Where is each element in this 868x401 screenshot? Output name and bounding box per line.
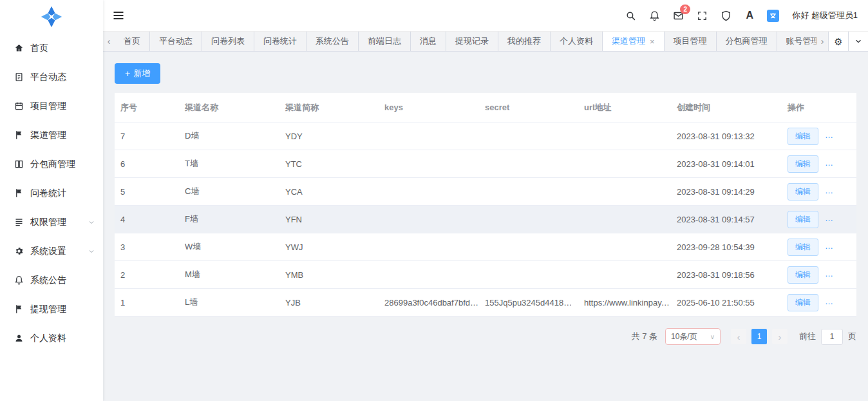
tabs-scroll-right-icon[interactable]: › (816, 32, 828, 51)
cell-actions: 编辑删除 (782, 211, 856, 228)
cell-channel-name: D墙 (179, 130, 279, 142)
chevron-down-icon (854, 37, 863, 46)
tabs-settings-button[interactable]: ⚙ (828, 32, 848, 51)
cell-actions: 编辑删除 (782, 128, 856, 145)
table-row: 4F墙YFN2023-08-31 09:14:57编辑删除 (115, 206, 856, 233)
cell-actions: 编辑删除 (782, 294, 856, 311)
cell-actions: 编辑删除 (782, 239, 856, 256)
edit-button[interactable]: 编辑 (788, 211, 818, 228)
cell-channel-abbr: YFN (279, 215, 379, 224)
flag-icon (13, 304, 24, 315)
tab-questionnaire-stats[interactable]: 问卷统计 (254, 32, 307, 51)
bell-icon[interactable] (648, 9, 661, 22)
greeting-text[interactable]: 你好 超级管理员1 (792, 10, 858, 21)
tab-my-referrals[interactable]: 我的推荐 (498, 32, 551, 51)
cell-created-time: 2023-08-31 09:14:29 (671, 187, 782, 197)
edit-button[interactable]: 编辑 (788, 294, 818, 311)
tab-project-management[interactable]: 项目管理 (665, 32, 717, 51)
edit-button[interactable]: 编辑 (788, 183, 818, 200)
language-icon[interactable] (767, 10, 779, 22)
app-logo[interactable] (0, 0, 103, 34)
sidebar-item-channel-management[interactable]: 渠道管理 (0, 121, 103, 150)
tab-account-management[interactable]: 账号管理 (777, 32, 816, 51)
column-header: 渠道简称 (279, 102, 379, 113)
sidebar-item-label: 问卷统计 (30, 188, 66, 199)
cell-channel-abbr: YCA (279, 187, 379, 197)
table-row: 7D墙YDY2023-08-31 09:13:32编辑删除 (115, 122, 856, 150)
hamburger-icon[interactable] (112, 9, 125, 22)
table-row: 2M墙YMB2023-08-31 09:18:56编辑删除 (115, 261, 856, 289)
sidebar-item-subcontractor-management[interactable]: 分包商管理 (0, 150, 103, 179)
cell-created-time: 2023-08-31 09:18:56 (671, 270, 782, 280)
sidebar-item-home[interactable]: 首页 (0, 34, 103, 63)
tab-label: 账号管理 (786, 35, 816, 47)
tab-label: 提现记录 (455, 35, 489, 47)
table-row: 5C墙YCA2023-08-31 09:14:29编辑删除 (115, 178, 856, 206)
cell-created-time: 2023-08-31 09:13:32 (671, 132, 782, 141)
add-button[interactable]: + 新增 (115, 63, 160, 84)
sidebar-item-label: 平台动态 (30, 72, 66, 83)
tab-label: 分包商管理 (726, 35, 768, 47)
tab-subcontractor-management[interactable]: 分包商管理 (717, 32, 777, 51)
sidebar-item-system-announcement[interactable]: 系统公告 (0, 266, 103, 295)
tab-channel-management[interactable]: 渠道管理× (603, 32, 665, 51)
sidebar-item-label: 系统设置 (30, 246, 66, 257)
sidebar-item-questionnaire-stats[interactable]: 问卷统计 (0, 179, 103, 208)
font-size-icon[interactable]: A (743, 9, 756, 22)
sidebar-item-label: 渠道管理 (30, 130, 66, 141)
calendar-icon (13, 101, 24, 112)
sidebar-item-platform-dynamics[interactable]: 平台动态 (0, 63, 103, 92)
sidebar-item-system-settings[interactable]: 系统设置 (0, 237, 103, 266)
message-icon[interactable]: 2 (672, 9, 684, 22)
tab-messages[interactable]: 消息 (411, 32, 446, 51)
tab-questionnaire-list[interactable]: 问卷列表 (202, 32, 254, 51)
tab-home[interactable]: 首页 (115, 32, 150, 51)
tab-withdrawal-records[interactable]: 提现记录 (446, 32, 498, 51)
tab-profile[interactable]: 个人资料 (551, 32, 603, 51)
tab-label: 渠道管理 (612, 35, 645, 47)
edit-button[interactable]: 编辑 (788, 155, 818, 173)
sidebar-item-label: 系统公告 (30, 275, 66, 286)
tab-frontend-logs[interactable]: 前端日志 (359, 32, 411, 51)
tab-label: 系统公告 (316, 35, 349, 47)
column-header: 序号 (115, 102, 179, 113)
sidebar-item-withdrawal-management[interactable]: 提现管理 (0, 295, 103, 324)
tab-system-announcement[interactable]: 系统公告 (307, 32, 359, 51)
page-unit-label: 页 (848, 331, 856, 342)
edit-button[interactable]: 编辑 (788, 266, 818, 284)
table-body: 7D墙YDY2023-08-31 09:13:32编辑删除6T墙YTC2023-… (115, 122, 856, 317)
tab-label: 首页 (124, 35, 140, 47)
tabs-menu-button[interactable] (848, 32, 868, 51)
column-header: url地址 (578, 102, 671, 113)
page-1-button[interactable]: 1 (751, 329, 767, 344)
cell-seq: 1 (115, 298, 179, 308)
sidebar-item-label: 权限管理 (30, 217, 66, 228)
sidebar-menu: 首页平台动态项目管理渠道管理分包商管理问卷统计权限管理系统设置系统公告提现管理个… (0, 34, 103, 353)
sidebar-item-profile[interactable]: 个人资料 (0, 324, 103, 353)
tabs-list: 首页平台动态问卷列表问卷统计系统公告前端日志消息提现记录我的推荐个人资料渠道管理… (115, 32, 816, 51)
logo-icon (41, 6, 62, 28)
theme-icon[interactable] (719, 9, 732, 22)
tab-label: 项目管理 (674, 35, 707, 47)
edit-button[interactable]: 编辑 (788, 239, 818, 256)
prev-page-button[interactable]: ‹ (731, 329, 746, 344)
next-page-button[interactable]: › (772, 329, 788, 344)
fullscreen-icon[interactable] (695, 9, 708, 22)
page-size-select[interactable]: 10条/页 ∨ (665, 328, 721, 345)
search-icon[interactable] (624, 9, 637, 22)
cell-channel-name: F墙 (179, 213, 279, 225)
cell-seq: 4 (115, 215, 179, 224)
edit-button[interactable]: 编辑 (788, 128, 818, 145)
plus-icon: + (125, 69, 130, 78)
cell-actions: 编辑删除 (782, 266, 856, 284)
column-header: secret (479, 103, 578, 112)
tab-label: 我的推荐 (507, 35, 541, 47)
sidebar-item-permission-management[interactable]: 权限管理 (0, 208, 103, 237)
sidebar-item-project-management[interactable]: 项目管理 (0, 92, 103, 121)
goto-page-input[interactable] (821, 329, 843, 345)
tabs-scroll-left-icon[interactable]: ‹ (103, 32, 115, 51)
tab-platform-dynamics[interactable]: 平台动态 (150, 32, 202, 51)
page-content: + 新增 序号渠道名称渠道简称keyssecreturl地址创建时间操作 7D墙… (103, 52, 868, 401)
cell-created-time: 2025-06-10 21:50:55 (671, 298, 782, 308)
close-icon[interactable]: × (650, 37, 655, 46)
